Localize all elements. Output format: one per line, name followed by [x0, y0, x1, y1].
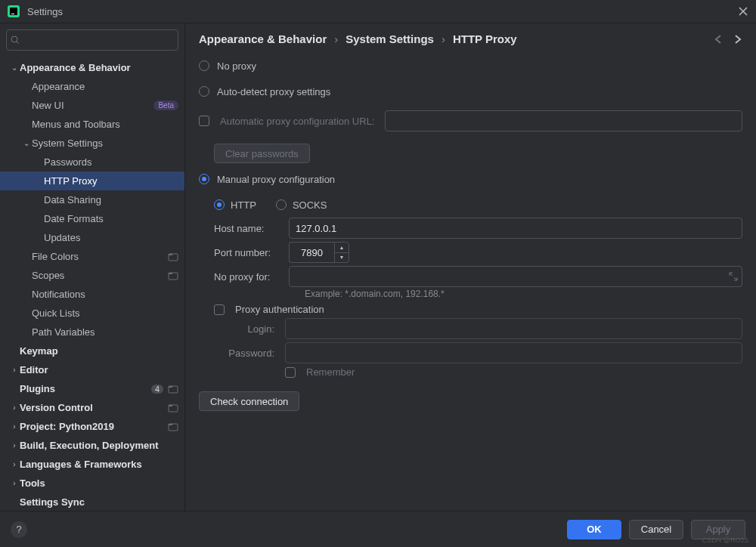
- no-proxy-for-input[interactable]: [289, 266, 742, 287]
- tree-item-label: Quick Lists: [32, 307, 178, 319]
- radio-http[interactable]: HTTP: [214, 199, 256, 211]
- tree-item-label: Updates: [44, 232, 178, 243]
- proxy-auth-checkbox[interactable]: [214, 304, 225, 315]
- tree-item[interactable]: Notifications: [0, 285, 184, 304]
- help-button[interactable]: ?: [11, 521, 27, 538]
- tree-item-label: HTTP Proxy: [44, 175, 178, 187]
- breadcrumb: Appearance & Behavior › System Settings …: [199, 32, 742, 45]
- back-icon[interactable]: [714, 34, 724, 45]
- tree-item[interactable]: ›Editor: [0, 360, 184, 379]
- search-icon: [11, 36, 20, 45]
- tree-item[interactable]: Passwords: [0, 153, 184, 172]
- password-input: [285, 342, 742, 363]
- radio-manual[interactable]: Manual proxy configuration: [199, 169, 742, 189]
- tree-item-label: Keymap: [20, 345, 178, 357]
- no-proxy-for-label: No proxy for:: [214, 271, 278, 283]
- ok-button[interactable]: OK: [567, 520, 621, 539]
- tree-item-label: Notifications: [32, 289, 178, 300]
- port-label: Port number:: [214, 247, 278, 258]
- tree-item[interactable]: Menus and Toolbars: [0, 115, 184, 134]
- titlebar: Settings: [0, 0, 756, 23]
- count-badge: 4: [151, 385, 163, 394]
- main-panel: Appearance & Behavior › System Settings …: [185, 23, 756, 511]
- radio-auto-detect[interactable]: Auto-detect proxy settings: [199, 82, 742, 101]
- auto-url-checkbox: [199, 116, 209, 126]
- tree-item-label: Plugins: [20, 383, 147, 394]
- tree-item[interactable]: Quick Lists: [0, 304, 184, 323]
- port-spinner[interactable]: ▲▼: [289, 242, 349, 263]
- svg-rect-8: [169, 273, 172, 274]
- cancel-button[interactable]: Cancel: [629, 520, 683, 539]
- chevron-right-icon[interactable]: ›: [9, 366, 20, 374]
- tree-item[interactable]: Updates: [0, 228, 184, 247]
- auto-url-row: Automatic proxy configuration URL:: [199, 110, 742, 131]
- tree-item[interactable]: ⌄Appearance & Behavior: [0, 58, 184, 77]
- remember-checkbox: [285, 367, 296, 378]
- login-label: Login:: [222, 323, 274, 335]
- dialog-footer: ? OK Cancel Apply: [0, 511, 756, 547]
- breadcrumb-c: HTTP Proxy: [453, 32, 517, 45]
- host-input[interactable]: [289, 218, 742, 239]
- tree-item-label: Build, Execution, Deployment: [20, 440, 178, 451]
- tree-item[interactable]: Path Variables: [0, 323, 184, 341]
- breadcrumb-a[interactable]: Appearance & Behavior: [199, 32, 327, 45]
- tree-item-label: New UI: [32, 100, 149, 111]
- tree-item-label: Menus and Toolbars: [32, 119, 178, 130]
- tree-item[interactable]: ›Languages & Frameworks: [0, 455, 184, 474]
- tree-item[interactable]: ⌄System Settings: [0, 134, 184, 153]
- radio-no-proxy[interactable]: No proxy: [199, 56, 742, 76]
- tree-item[interactable]: Scopes: [0, 266, 184, 285]
- port-input[interactable]: [289, 242, 334, 263]
- tree-item[interactable]: HTTP Proxy: [0, 172, 184, 190]
- tree-item[interactable]: Settings Sync: [0, 493, 184, 511]
- search-input[interactable]: [6, 29, 178, 51]
- breadcrumb-b[interactable]: System Settings: [345, 32, 434, 45]
- window-title: Settings: [27, 6, 63, 17]
- check-connection-button[interactable]: Check connection: [199, 391, 299, 411]
- sidebar: ⌄Appearance & BehaviorAppearanceNew UIBe…: [0, 23, 185, 511]
- clear-passwords-button: Clear passwords: [214, 144, 310, 163]
- chevron-right-icon[interactable]: ›: [9, 460, 20, 468]
- tree-item[interactable]: New UIBeta: [0, 96, 184, 115]
- svg-rect-12: [169, 405, 172, 406]
- tree-item-label: Appearance: [32, 81, 178, 92]
- tree-item-label: Settings Sync: [20, 496, 178, 508]
- radio-socks[interactable]: SOCKS: [276, 199, 327, 211]
- tree-item-label: Tools: [20, 477, 178, 489]
- tree-item-label: Data Sharing: [44, 194, 178, 206]
- chevron-right-icon[interactable]: ›: [9, 403, 20, 412]
- tree-item-label: Version Control: [20, 402, 163, 413]
- spinner-down-icon[interactable]: ▼: [335, 253, 349, 263]
- chevron-down-icon[interactable]: ⌄: [21, 139, 32, 147]
- tree-item-label: Scopes: [32, 270, 163, 281]
- svg-line-4: [17, 42, 19, 44]
- tree-item[interactable]: Plugins4: [0, 379, 184, 398]
- tree-item-label: System Settings: [32, 138, 178, 149]
- tree-item[interactable]: Keymap: [0, 341, 184, 360]
- tree-item-label: Path Variables: [32, 326, 178, 338]
- chevron-right-icon[interactable]: ›: [9, 441, 20, 450]
- chevron-right-icon[interactable]: ›: [9, 422, 20, 431]
- tree-item-label: Editor: [20, 364, 178, 375]
- chevron-right-icon: ›: [334, 32, 338, 45]
- tree-item[interactable]: Date Formats: [0, 209, 184, 228]
- tree-item[interactable]: Appearance: [0, 77, 184, 96]
- tree-item-label: Passwords: [44, 156, 178, 168]
- svg-rect-6: [169, 254, 172, 255]
- tree-item[interactable]: File Colors: [0, 247, 184, 266]
- forward-icon[interactable]: [732, 34, 742, 45]
- chevron-right-icon[interactable]: ›: [9, 479, 20, 487]
- chevron-down-icon[interactable]: ⌄: [9, 63, 20, 72]
- tree-item-label: Appearance & Behavior: [20, 62, 178, 73]
- tree-item[interactable]: ›Version Control: [0, 398, 184, 417]
- tree-item[interactable]: ›Project: Python2019: [0, 417, 184, 436]
- tree-item[interactable]: Data Sharing: [0, 190, 184, 209]
- close-icon[interactable]: [738, 6, 748, 17]
- tree-item[interactable]: ›Tools: [0, 474, 184, 493]
- expand-icon[interactable]: [729, 272, 738, 281]
- tree-item[interactable]: ›Build, Execution, Deployment: [0, 436, 184, 455]
- settings-tree: ⌄Appearance & BehaviorAppearanceNew UIBe…: [0, 57, 184, 511]
- password-label: Password:: [222, 348, 274, 359]
- auto-url-input: [385, 110, 742, 131]
- spinner-up-icon[interactable]: ▲: [335, 243, 349, 253]
